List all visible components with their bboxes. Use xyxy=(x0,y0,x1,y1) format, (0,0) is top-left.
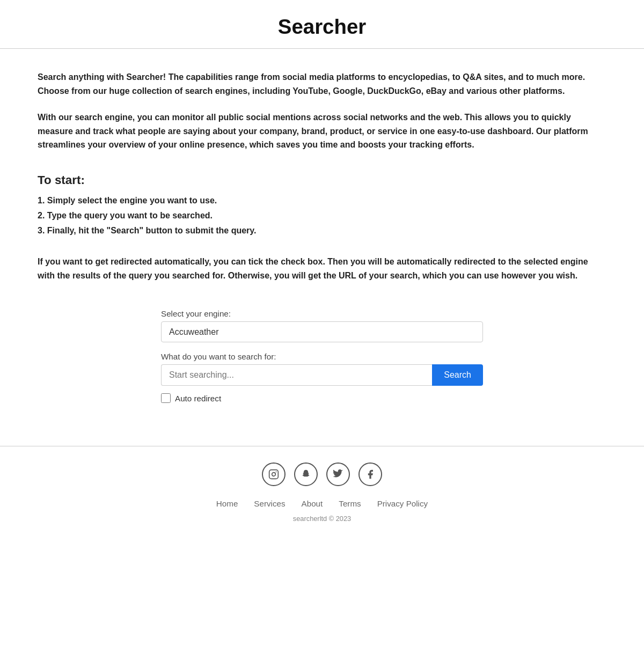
auto-redirect-label: Auto redirect xyxy=(175,394,221,403)
step-2: 2. Type the query you want to be searche… xyxy=(38,211,606,221)
site-footer: Home Services About Terms Privacy Policy… xyxy=(0,446,644,533)
search-row: Search xyxy=(161,364,483,386)
about-link[interactable]: About xyxy=(302,499,323,508)
terms-link[interactable]: Terms xyxy=(339,499,361,508)
footer-copyright: searcherltd © 2023 xyxy=(0,515,644,523)
search-button[interactable]: Search xyxy=(432,364,483,386)
home-link[interactable]: Home xyxy=(216,499,238,508)
instagram-icon[interactable] xyxy=(262,463,286,486)
search-form-container: Select your engine: Accuweather What do … xyxy=(38,309,606,403)
search-label: What do you want to search for: xyxy=(161,352,483,361)
form-inner: Select your engine: Accuweather What do … xyxy=(161,309,483,403)
auto-redirect-checkbox[interactable] xyxy=(161,393,171,403)
twitter-icon[interactable] xyxy=(326,463,350,486)
facebook-icon[interactable] xyxy=(358,463,382,486)
step-1: 1. Simply select the engine you want to … xyxy=(38,196,606,205)
svg-rect-0 xyxy=(269,470,279,479)
footer-nav: Home Services About Terms Privacy Policy xyxy=(0,499,644,508)
engine-select[interactable]: Accuweather xyxy=(161,321,483,342)
privacy-policy-link[interactable]: Privacy Policy xyxy=(377,499,428,508)
site-title: Searcher xyxy=(0,15,644,39)
steps-list: 1. Simply select the engine you want to … xyxy=(38,196,606,236)
auto-redirect-row: Auto redirect xyxy=(161,393,483,403)
redirect-paragraph: If you want to get redirected automatica… xyxy=(38,255,606,282)
snapchat-icon[interactable] xyxy=(294,463,318,486)
main-content: Search anything with Searcher! The capab… xyxy=(32,49,612,446)
services-link[interactable]: Services xyxy=(254,499,285,508)
social-icons xyxy=(0,463,644,486)
site-header: Searcher xyxy=(0,0,644,49)
search-input[interactable] xyxy=(161,364,432,386)
to-start-heading: To start: xyxy=(38,173,606,187)
engine-label: Select your engine: xyxy=(161,309,483,318)
social-paragraph: With our search engine, you can monitor … xyxy=(38,111,606,152)
intro-paragraph: Search anything with Searcher! The capab… xyxy=(38,70,606,98)
step-3: 3. Finally, hit the "Search" button to s… xyxy=(38,226,606,236)
